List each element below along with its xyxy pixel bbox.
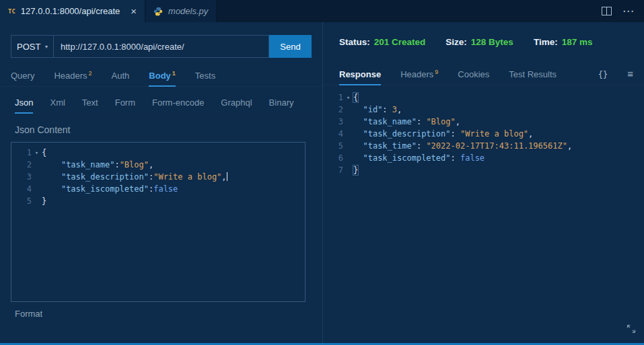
split-editor-icon[interactable] bbox=[602, 7, 612, 15]
tab-binary[interactable]: Binary bbox=[269, 96, 294, 113]
more-actions-icon[interactable]: ⋯ bbox=[622, 4, 635, 18]
response-status-row: Status:201 Created Size:128 Bytes Time:1… bbox=[339, 37, 644, 47]
python-icon bbox=[153, 7, 163, 16]
braces-icon[interactable]: {} bbox=[598, 70, 608, 85]
line-number: 4 bbox=[326, 128, 343, 140]
tab-query[interactable]: Query bbox=[11, 69, 34, 86]
request-url-row: POST ▾ Send bbox=[11, 35, 312, 58]
fold-gutter bbox=[343, 116, 353, 128]
close-icon[interactable]: × bbox=[131, 6, 137, 16]
tab-form-encode[interactable]: Form-encode bbox=[152, 96, 204, 113]
tab-cookies[interactable]: Cookies bbox=[458, 68, 489, 85]
editor-tab-request[interactable]: TC 127.0.0.1:8000/api/create × bbox=[0, 0, 145, 22]
tab-form[interactable]: Form bbox=[115, 96, 135, 113]
json-content-label: Json Content bbox=[15, 124, 308, 135]
url-input[interactable] bbox=[54, 35, 269, 58]
code-line: 4 "task_description": "Write a blog", bbox=[326, 128, 644, 140]
format-button[interactable]: Format bbox=[15, 309, 308, 319]
fold-gutter bbox=[32, 183, 42, 195]
line-number: 3 bbox=[326, 116, 343, 128]
response-tabs: ResponseHeaders9CookiesTest Results{}≡ bbox=[323, 67, 644, 85]
fold-gutter bbox=[343, 152, 353, 164]
menu-icon[interactable]: ≡ bbox=[627, 68, 633, 85]
fold-gutter bbox=[32, 159, 42, 171]
code-line: 1▾{ bbox=[14, 147, 302, 159]
code-line: 7} bbox=[326, 164, 644, 176]
line-number: 4 bbox=[14, 183, 32, 195]
line-number: 7 bbox=[326, 164, 343, 176]
editor-tab-title: models.py bbox=[168, 6, 208, 16]
line-number: 1 bbox=[14, 147, 32, 159]
json-body-editor[interactable]: 1▾{2 "task_name":"Blog",3 "task_descript… bbox=[11, 142, 306, 302]
status-badge: Status:201 Created bbox=[339, 37, 425, 47]
line-number: 3 bbox=[14, 171, 32, 183]
code-line: 1▾{ bbox=[326, 91, 644, 104]
main-split: POST ▾ Send QueryHeaders2AuthBody1Tests … bbox=[0, 22, 644, 343]
tab-count-badge: 9 bbox=[435, 69, 438, 75]
tab-count-badge: 2 bbox=[89, 70, 92, 77]
code-line: 3 "task_description":"Write a blog", bbox=[14, 171, 302, 183]
editor-tabbar: TC 127.0.0.1:8000/api/create × models.py… bbox=[0, 0, 644, 22]
code-line: 6 "task_iscompleted": false bbox=[326, 152, 644, 164]
tabbar-actions: ⋯ bbox=[602, 0, 644, 22]
fold-gutter bbox=[343, 128, 353, 140]
tab-test-results[interactable]: Test Results bbox=[509, 68, 557, 85]
send-button[interactable]: Send bbox=[269, 35, 312, 58]
tab-auth[interactable]: Auth bbox=[112, 69, 130, 86]
line-number: 1 bbox=[326, 91, 343, 104]
code-line: 3 "task_name": "Blog", bbox=[326, 116, 644, 128]
fold-gutter bbox=[343, 140, 353, 152]
chevron-down-icon: ▾ bbox=[45, 44, 48, 50]
tab-headers[interactable]: Headers2 bbox=[54, 69, 92, 86]
tab-xml[interactable]: Xml bbox=[50, 96, 65, 113]
tab-graphql[interactable]: Graphql bbox=[221, 96, 252, 113]
fold-gutter bbox=[343, 164, 353, 176]
line-number: 2 bbox=[14, 159, 32, 171]
code-line: 2 "task_name":"Blog", bbox=[14, 159, 302, 171]
thunder-client-icon: TC bbox=[8, 8, 15, 15]
code-line: 5} bbox=[14, 195, 302, 207]
fold-arrow-icon[interactable]: ▾ bbox=[343, 91, 353, 104]
editor-tab-title: 127.0.0.1:8000/api/create bbox=[21, 6, 120, 16]
request-tabs: QueryHeaders2AuthBody1Tests bbox=[0, 69, 322, 87]
tab-tests[interactable]: Tests bbox=[195, 69, 215, 86]
line-number: 6 bbox=[326, 152, 343, 164]
fold-gutter bbox=[32, 171, 42, 183]
size-badge: Size:128 Bytes bbox=[445, 37, 513, 47]
code-line: 2 "id": 3, bbox=[326, 104, 644, 116]
response-body-viewer[interactable]: 1▾{2 "id": 3,3 "task_name": "Blog",4 "ta… bbox=[323, 91, 644, 176]
method-select[interactable]: POST ▾ bbox=[11, 35, 54, 58]
line-number: 2 bbox=[326, 104, 343, 116]
app-window: TC 127.0.0.1:8000/api/create × models.py… bbox=[0, 0, 644, 345]
tab-text[interactable]: Text bbox=[82, 96, 98, 113]
response-panel: Status:201 Created Size:128 Bytes Time:1… bbox=[323, 22, 644, 343]
code-line: 4 "task_iscompleted":false bbox=[14, 183, 302, 195]
code-line: 5 "task_time": "2022-02-17T17:43:11.1965… bbox=[326, 140, 644, 152]
line-number: 5 bbox=[14, 195, 32, 207]
tab-count-badge: 1 bbox=[172, 70, 176, 77]
resize-panel-icon[interactable] bbox=[627, 324, 636, 336]
tab-body[interactable]: Body1 bbox=[149, 69, 176, 86]
fold-arrow-icon[interactable]: ▾ bbox=[32, 147, 42, 159]
fold-gutter bbox=[343, 104, 353, 116]
editor-tab-models[interactable]: models.py bbox=[145, 0, 217, 22]
request-panel: POST ▾ Send QueryHeaders2AuthBody1Tests … bbox=[0, 22, 323, 343]
tab-headers[interactable]: Headers9 bbox=[400, 67, 438, 85]
line-number: 5 bbox=[326, 140, 343, 152]
fold-gutter bbox=[32, 195, 42, 207]
body-type-tabs: JsonXmlTextFormForm-encodeGraphqlBinary bbox=[0, 96, 322, 114]
tab-response[interactable]: Response bbox=[339, 68, 381, 85]
time-badge: Time:187 ms bbox=[534, 37, 593, 47]
tab-json[interactable]: Json bbox=[15, 96, 33, 113]
method-label: POST bbox=[17, 42, 40, 52]
